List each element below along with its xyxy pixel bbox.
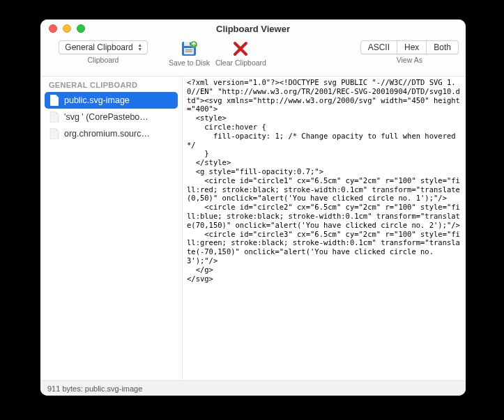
svg-rect-5 bbox=[185, 52, 192, 52]
viewas-segmented: ASCII Hex Both bbox=[360, 40, 459, 54]
window-title: Clipboard Viewer bbox=[40, 24, 466, 34]
document-icon bbox=[49, 111, 60, 123]
save-to-disk-button[interactable] bbox=[179, 40, 199, 57]
select-arrows-icon: ▲▼ bbox=[136, 42, 144, 52]
toolbar: General Clipboard ▲▼ Clipboard bbox=[40, 38, 466, 77]
document-icon bbox=[49, 95, 60, 106]
status-text: 911 bytes: public.svg-image bbox=[47, 384, 142, 393]
clipboard-select-value: General Clipboard bbox=[65, 42, 132, 52]
sidebar-item-chromium-source[interactable]: org.chromium.sourc… bbox=[40, 125, 182, 142]
sidebar-item-svg-corepasteboard[interactable]: 'svg ' (CorePastebo… bbox=[40, 109, 182, 125]
clear-clipboard-button[interactable] bbox=[231, 40, 250, 57]
viewas-group: ASCII Hex Both View As bbox=[360, 40, 459, 64]
app-window: Clipboard Viewer General Clipboard ▲▼ Cl… bbox=[40, 20, 466, 396]
sidebar: GENERAL CLIPBOARD public.svg-image bbox=[40, 77, 183, 380]
sidebar-header: GENERAL CLIPBOARD bbox=[40, 77, 182, 92]
viewas-label: View As bbox=[397, 56, 422, 64]
clipboard-label: Clipboard bbox=[88, 56, 119, 64]
viewas-ascii[interactable]: ASCII bbox=[361, 41, 397, 54]
clipboard-select[interactable]: General Clipboard ▲▼ bbox=[59, 40, 147, 54]
zoom-button[interactable] bbox=[77, 24, 85, 33]
clipboard-content-text: <?xml version="1.0"?><!DOCTYPE svg PUBLI… bbox=[187, 78, 461, 283]
clear-group: Clear Clipboard bbox=[215, 40, 266, 67]
main-content[interactable]: <?xml version="1.0"?><!DOCTYPE svg PUBLI… bbox=[183, 77, 466, 380]
save-group: Save to Disk bbox=[169, 40, 210, 67]
sidebar-item-label: org.chromium.sourc… bbox=[64, 129, 150, 139]
statusbar: 911 bytes: public.svg-image bbox=[40, 380, 466, 396]
sidebar-item-label: 'svg ' (CorePastebo… bbox=[64, 112, 148, 122]
clear-label: Clear Clipboard bbox=[215, 59, 266, 67]
sidebar-item-public-svg[interactable]: public.svg-image bbox=[45, 92, 178, 109]
document-icon bbox=[49, 128, 60, 139]
viewas-both[interactable]: Both bbox=[427, 41, 458, 54]
clipboard-group: General Clipboard ▲▼ Clipboard bbox=[47, 40, 159, 64]
svg-rect-4 bbox=[185, 49, 192, 50]
traffic-lights bbox=[40, 24, 85, 33]
minimize-button[interactable] bbox=[63, 24, 71, 33]
content-area: GENERAL CLIPBOARD public.svg-image bbox=[40, 77, 466, 380]
viewas-hex[interactable]: Hex bbox=[397, 41, 427, 54]
close-button[interactable] bbox=[49, 24, 57, 33]
titlebar: Clipboard Viewer bbox=[40, 20, 466, 38]
save-label: Save to Disk bbox=[169, 59, 210, 67]
sidebar-item-label: public.svg-image bbox=[64, 95, 130, 105]
